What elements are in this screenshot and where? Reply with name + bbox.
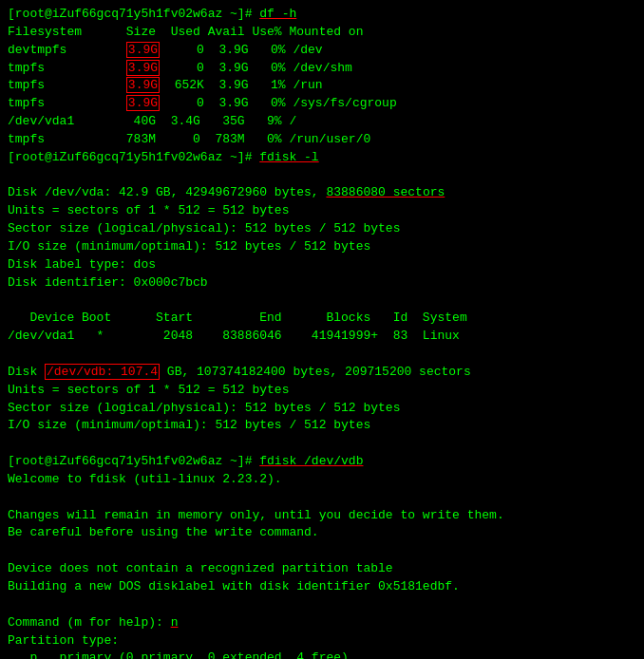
no-partition-msg: Device does not contain a recognized par… <box>8 560 636 578</box>
terminal-window: [root@iZuf66gcq71y5h1fv02w6az ~]# df -h … <box>8 6 636 659</box>
blank-1 <box>8 167 636 185</box>
blank-7 <box>8 596 636 614</box>
label-type-vda: Disk label type: dos <box>8 256 636 274</box>
blank-6 <box>8 542 636 560</box>
df-tmpfs-user: tmpfs 783M 0 783M 0% /run/user/0 <box>8 131 636 149</box>
df-tmpfs-shm: tmpfs 3.9G 0 3.9G 0% /dev/shm <box>8 60 636 78</box>
prompt-fdisk-l: [root@iZuf66gcq71y5h1fv02w6az ~]# fdisk … <box>8 149 636 167</box>
prompt-df: [root@iZuf66gcq71y5h1fv02w6az ~]# df -h <box>8 6 636 24</box>
disk-id-vda: Disk identifier: 0x000c7bcb <box>8 274 636 292</box>
units-vdb: Units = sectors of 1 * 512 = 512 bytes <box>8 382 636 400</box>
io-size-vda: I/O size (minimum/optimal): 512 bytes / … <box>8 238 636 256</box>
df-header: Filesystem Size Used Avail Use% Mounted … <box>8 24 636 42</box>
option-primary: p primary (0 primary, 0 extended, 4 free… <box>8 650 636 659</box>
df-devtmpfs: devtmpfs 3.9G 0 3.9G 0% /dev <box>8 42 636 60</box>
sector-size-vdb: Sector size (logical/physical): 512 byte… <box>8 400 636 418</box>
blank-3 <box>8 346 636 364</box>
blank-5 <box>8 489 636 507</box>
disk-vdb-info: Disk /dev/vdb: 107.4 GB, 107374182400 by… <box>8 364 636 382</box>
building-dos-label: Building a new DOS disklabel with disk i… <box>8 578 636 596</box>
fdisk-careful-msg: Be careful before using the write comman… <box>8 524 636 542</box>
prompt-fdisk-vdb: [root@iZuf66gcq71y5h1fv02w6az ~]# fdisk … <box>8 453 636 471</box>
vda1-partition-row: /dev/vda1 * 2048 83886046 41941999+ 83 L… <box>8 328 636 346</box>
io-size-vdb: I/O size (minimum/optimal): 512 bytes / … <box>8 417 636 435</box>
blank-4 <box>8 435 636 453</box>
units-vda: Units = sectors of 1 * 512 = 512 bytes <box>8 202 636 220</box>
df-tmpfs-run: tmpfs 3.9G 652K 3.9G 1% /run <box>8 77 636 95</box>
fdisk-changes-msg: Changes will remain in memory only, unti… <box>8 507 636 525</box>
partition-col-header: Device Boot Start End Blocks Id System <box>8 310 636 328</box>
df-vda1: /dev/vda1 40G 3.4G 35G 9% / <box>8 113 636 131</box>
partition-type-label: Partition type: <box>8 632 636 650</box>
sector-size-vda: Sector size (logical/physical): 512 byte… <box>8 220 636 238</box>
df-tmpfs-cgroup: tmpfs 3.9G 0 3.9G 0% /sys/fs/cgroup <box>8 95 636 113</box>
blank-2 <box>8 292 636 311</box>
cmd-n-prompt: Command (m for help): n <box>8 614 636 632</box>
fdisk-welcome: Welcome to fdisk (util-linux 2.23.2). <box>8 471 636 489</box>
disk-vda-info: Disk /dev/vda: 42.9 GB, 42949672960 byte… <box>8 184 636 202</box>
